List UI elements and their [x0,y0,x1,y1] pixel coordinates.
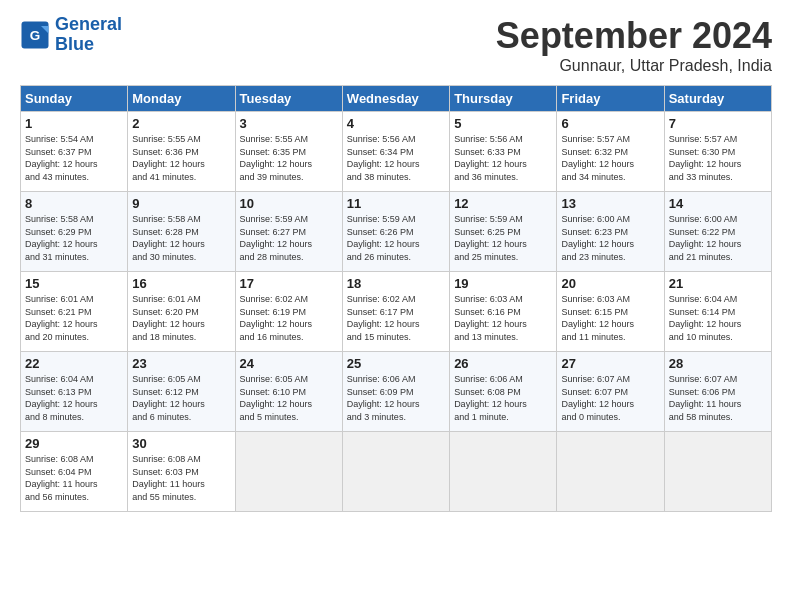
day-info: Sunrise: 5:55 AMSunset: 6:35 PMDaylight:… [240,133,338,183]
page: G General Blue September 2024 Gunnaur, U… [0,0,792,612]
table-row: 6Sunrise: 5:57 AMSunset: 6:32 PMDaylight… [557,112,664,192]
table-row: 18Sunrise: 6:02 AMSunset: 6:17 PMDayligh… [342,272,449,352]
day-number: 21 [669,276,767,291]
day-number: 24 [240,356,338,371]
day-number: 13 [561,196,659,211]
day-info: Sunrise: 5:59 AMSunset: 6:27 PMDaylight:… [240,213,338,263]
logo-text: General Blue [55,15,122,55]
day-number: 4 [347,116,445,131]
day-number: 12 [454,196,552,211]
day-info: Sunrise: 6:06 AMSunset: 6:08 PMDaylight:… [454,373,552,423]
col-friday: Friday [557,86,664,112]
day-number: 16 [132,276,230,291]
day-info: Sunrise: 5:57 AMSunset: 6:32 PMDaylight:… [561,133,659,183]
table-row [235,432,342,512]
table-row: 12Sunrise: 5:59 AMSunset: 6:25 PMDayligh… [450,192,557,272]
day-number: 5 [454,116,552,131]
table-row [557,432,664,512]
day-number: 9 [132,196,230,211]
table-row: 26Sunrise: 6:06 AMSunset: 6:08 PMDayligh… [450,352,557,432]
table-row: 10Sunrise: 5:59 AMSunset: 6:27 PMDayligh… [235,192,342,272]
day-number: 22 [25,356,123,371]
col-tuesday: Tuesday [235,86,342,112]
day-number: 6 [561,116,659,131]
svg-text:G: G [30,27,41,42]
day-info: Sunrise: 6:04 AMSunset: 6:13 PMDaylight:… [25,373,123,423]
calendar-week-4: 29Sunrise: 6:08 AMSunset: 6:04 PMDayligh… [21,432,772,512]
day-info: Sunrise: 6:00 AMSunset: 6:22 PMDaylight:… [669,213,767,263]
col-thursday: Thursday [450,86,557,112]
table-row: 5Sunrise: 5:56 AMSunset: 6:33 PMDaylight… [450,112,557,192]
table-row: 21Sunrise: 6:04 AMSunset: 6:14 PMDayligh… [664,272,771,352]
day-info: Sunrise: 6:08 AMSunset: 6:04 PMDaylight:… [25,453,123,503]
day-info: Sunrise: 5:57 AMSunset: 6:30 PMDaylight:… [669,133,767,183]
table-row: 1Sunrise: 5:54 AMSunset: 6:37 PMDaylight… [21,112,128,192]
header-row: Sunday Monday Tuesday Wednesday Thursday… [21,86,772,112]
day-number: 30 [132,436,230,451]
day-info: Sunrise: 5:56 AMSunset: 6:33 PMDaylight:… [454,133,552,183]
day-info: Sunrise: 6:05 AMSunset: 6:10 PMDaylight:… [240,373,338,423]
table-row: 9Sunrise: 5:58 AMSunset: 6:28 PMDaylight… [128,192,235,272]
day-number: 23 [132,356,230,371]
table-row: 4Sunrise: 5:56 AMSunset: 6:34 PMDaylight… [342,112,449,192]
day-info: Sunrise: 6:03 AMSunset: 6:15 PMDaylight:… [561,293,659,343]
calendar-body: 1Sunrise: 5:54 AMSunset: 6:37 PMDaylight… [21,112,772,512]
day-info: Sunrise: 6:07 AMSunset: 6:06 PMDaylight:… [669,373,767,423]
logo-line2: Blue [55,34,94,54]
table-row: 16Sunrise: 6:01 AMSunset: 6:20 PMDayligh… [128,272,235,352]
calendar-week-1: 8Sunrise: 5:58 AMSunset: 6:29 PMDaylight… [21,192,772,272]
logo-icon: G [20,20,50,50]
day-info: Sunrise: 5:55 AMSunset: 6:36 PMDaylight:… [132,133,230,183]
table-row: 25Sunrise: 6:06 AMSunset: 6:09 PMDayligh… [342,352,449,432]
day-number: 7 [669,116,767,131]
day-info: Sunrise: 5:58 AMSunset: 6:28 PMDaylight:… [132,213,230,263]
day-number: 2 [132,116,230,131]
calendar-table: Sunday Monday Tuesday Wednesday Thursday… [20,85,772,512]
table-row [664,432,771,512]
day-number: 27 [561,356,659,371]
col-saturday: Saturday [664,86,771,112]
day-number: 15 [25,276,123,291]
day-number: 11 [347,196,445,211]
table-row: 17Sunrise: 6:02 AMSunset: 6:19 PMDayligh… [235,272,342,352]
table-row: 30Sunrise: 6:08 AMSunset: 6:03 PMDayligh… [128,432,235,512]
day-info: Sunrise: 5:56 AMSunset: 6:34 PMDaylight:… [347,133,445,183]
day-number: 8 [25,196,123,211]
month-title: September 2024 [496,15,772,57]
table-row: 24Sunrise: 6:05 AMSunset: 6:10 PMDayligh… [235,352,342,432]
table-row: 29Sunrise: 6:08 AMSunset: 6:04 PMDayligh… [21,432,128,512]
day-number: 25 [347,356,445,371]
day-number: 28 [669,356,767,371]
day-info: Sunrise: 5:59 AMSunset: 6:26 PMDaylight:… [347,213,445,263]
table-row: 23Sunrise: 6:05 AMSunset: 6:12 PMDayligh… [128,352,235,432]
table-row: 3Sunrise: 5:55 AMSunset: 6:35 PMDaylight… [235,112,342,192]
day-info: Sunrise: 6:03 AMSunset: 6:16 PMDaylight:… [454,293,552,343]
day-info: Sunrise: 5:59 AMSunset: 6:25 PMDaylight:… [454,213,552,263]
day-number: 17 [240,276,338,291]
day-info: Sunrise: 6:00 AMSunset: 6:23 PMDaylight:… [561,213,659,263]
table-row: 15Sunrise: 6:01 AMSunset: 6:21 PMDayligh… [21,272,128,352]
calendar-header: Sunday Monday Tuesday Wednesday Thursday… [21,86,772,112]
table-row: 19Sunrise: 6:03 AMSunset: 6:16 PMDayligh… [450,272,557,352]
location-title: Gunnaur, Uttar Pradesh, India [496,57,772,75]
day-info: Sunrise: 6:04 AMSunset: 6:14 PMDaylight:… [669,293,767,343]
title-block: September 2024 Gunnaur, Uttar Pradesh, I… [496,15,772,75]
day-info: Sunrise: 6:01 AMSunset: 6:20 PMDaylight:… [132,293,230,343]
calendar-week-2: 15Sunrise: 6:01 AMSunset: 6:21 PMDayligh… [21,272,772,352]
table-row: 11Sunrise: 5:59 AMSunset: 6:26 PMDayligh… [342,192,449,272]
calendar-week-3: 22Sunrise: 6:04 AMSunset: 6:13 PMDayligh… [21,352,772,432]
day-info: Sunrise: 6:02 AMSunset: 6:17 PMDaylight:… [347,293,445,343]
logo: G General Blue [20,15,122,55]
day-number: 18 [347,276,445,291]
table-row: 27Sunrise: 6:07 AMSunset: 6:07 PMDayligh… [557,352,664,432]
table-row [342,432,449,512]
day-number: 26 [454,356,552,371]
table-row: 7Sunrise: 5:57 AMSunset: 6:30 PMDaylight… [664,112,771,192]
day-info: Sunrise: 6:07 AMSunset: 6:07 PMDaylight:… [561,373,659,423]
day-info: Sunrise: 6:02 AMSunset: 6:19 PMDaylight:… [240,293,338,343]
day-info: Sunrise: 6:01 AMSunset: 6:21 PMDaylight:… [25,293,123,343]
table-row: 28Sunrise: 6:07 AMSunset: 6:06 PMDayligh… [664,352,771,432]
day-number: 19 [454,276,552,291]
table-row: 2Sunrise: 5:55 AMSunset: 6:36 PMDaylight… [128,112,235,192]
col-wednesday: Wednesday [342,86,449,112]
